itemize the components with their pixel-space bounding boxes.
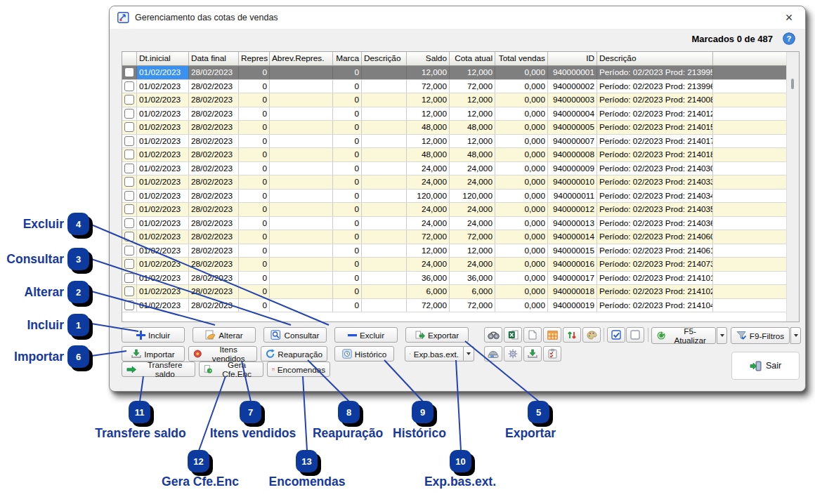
importar-button[interactable]: Importar (122, 346, 185, 362)
row-checkbox[interactable] (124, 164, 134, 173)
header-select-col[interactable] (122, 52, 137, 66)
export-file-icon[interactable] (523, 346, 542, 362)
callout-badge-7: 7 (240, 401, 261, 423)
exp-bas-ext-button[interactable]: Exp.bas.ext. (405, 346, 464, 362)
sair-button[interactable]: Sair (731, 352, 800, 380)
f9-filtros-button[interactable]: F9-Filtros (731, 327, 790, 344)
row-checkbox[interactable] (124, 286, 134, 296)
table-row[interactable]: 01/02/202328/02/20230024,00024,0000,0009… (122, 203, 787, 217)
table-row[interactable]: 01/02/202328/02/20230012,00012,0000,0009… (122, 66, 787, 80)
table-row[interactable]: 01/02/202328/02/20230072,00072,0000,0009… (122, 230, 787, 244)
cell-cota: 24,000 (450, 258, 495, 271)
settings-gear-icon[interactable] (504, 346, 522, 362)
table-row[interactable]: 01/02/202328/02/20230024,00024,0000,0009… (122, 162, 787, 176)
row-checkbox[interactable] (124, 191, 134, 201)
table-row[interactable]: 01/02/202328/02/20230024,00024,0000,0009… (122, 217, 787, 231)
cell-cota: 6,000 (450, 285, 495, 298)
cell-abrev (270, 121, 333, 134)
row-checkbox[interactable] (124, 67, 134, 77)
header-id[interactable]: ID (548, 52, 597, 66)
row-checkbox[interactable] (124, 259, 134, 269)
historico-button[interactable]: Histórico (334, 346, 394, 362)
vertical-scrollbar[interactable] (786, 52, 799, 321)
cell-filler (713, 80, 787, 93)
cell-df: 28/02/2023 (189, 175, 239, 189)
f5-dropdown[interactable] (717, 327, 727, 344)
row-checkbox[interactable] (124, 300, 134, 310)
consultar-button[interactable]: Consultar (263, 327, 327, 343)
row-checkbox[interactable] (124, 95, 134, 105)
close-button[interactable]: × (778, 9, 800, 26)
f5-atualizar-button[interactable]: F5-Atualizar (651, 327, 716, 344)
cell-df: 28/02/2023 (189, 258, 239, 271)
row-checkbox[interactable] (124, 150, 134, 159)
excluir-button[interactable]: Excluir (334, 327, 398, 343)
cell-filler (713, 244, 787, 258)
alterar-button[interactable]: Alterar (193, 327, 256, 343)
header-descricao-1[interactable]: Descrição (362, 52, 407, 66)
export-arrow-icon (415, 330, 425, 340)
cell-desc2: Período: 02/2023 Prod: 213995 (597, 66, 713, 79)
row-checkbox[interactable] (124, 246, 134, 256)
row-checkbox[interactable] (124, 218, 134, 228)
cell-filler (713, 203, 787, 216)
row-checkbox[interactable] (124, 177, 134, 187)
sort-columns-icon[interactable] (563, 327, 581, 343)
transfere-saldo-button[interactable]: Transfere saldo (122, 362, 195, 377)
row-checkbox[interactable] (124, 204, 134, 214)
help-icon[interactable]: ? (783, 32, 795, 45)
excel-export-icon[interactable] (504, 327, 522, 343)
row-checkbox[interactable] (124, 122, 134, 132)
palette-icon[interactable] (582, 327, 601, 343)
table-layout-icon[interactable] (543, 327, 561, 343)
report-document-icon[interactable] (523, 327, 542, 343)
table-row[interactable]: 01/02/202328/02/20230024,00024,0000,0009… (122, 258, 787, 272)
table-row[interactable]: 01/02/202328/02/20230012,00012,0000,0009… (122, 93, 787, 107)
row-checkbox[interactable] (124, 136, 134, 146)
table-row[interactable]: 01/02/202328/02/20230036,00036,0000,0009… (122, 272, 787, 286)
header-marca[interactable]: Marca (333, 52, 362, 66)
table-row[interactable]: 01/02/202328/02/20230012,00012,0000,0009… (122, 107, 787, 121)
reapuracao-button[interactable]: Reapuração (261, 346, 327, 362)
row-checkbox[interactable] (124, 232, 134, 241)
scrollbar-thumb[interactable] (791, 79, 794, 89)
cell-checkbox (122, 175, 137, 189)
row-checkbox[interactable] (124, 273, 134, 283)
header-data-final[interactable]: Data final (189, 52, 239, 66)
itens-vendidos-button[interactable]: Itens vendidos (188, 346, 257, 362)
checklist-icon[interactable] (543, 346, 561, 362)
header-abrev-repres[interactable]: Abrev.Repres. (270, 52, 333, 66)
header-repres[interactable]: Repres (239, 52, 270, 66)
callout-badge-10: 10 (450, 450, 471, 472)
table-row[interactable]: 01/02/202328/02/20230048,00048,0000,0009… (122, 148, 787, 162)
header-saldo[interactable]: Saldo (407, 52, 450, 66)
row-checkbox[interactable] (124, 81, 134, 91)
table-row[interactable]: 01/02/202328/02/20230048,00048,0000,0009… (122, 121, 787, 135)
header-dt-inicial[interactable]: Dt.inicial (137, 52, 189, 66)
table-row[interactable]: 01/02/202328/02/20230012,00012,0000,0009… (122, 135, 787, 149)
gera-cfe-enc-button[interactable]: Gera Cfe.Enc (199, 362, 263, 377)
header-descricao-2[interactable]: Descrição (597, 52, 713, 66)
cell-desc1 (362, 121, 407, 134)
incluir-button[interactable]: Incluir (122, 327, 185, 343)
table-row[interactable]: 01/02/202328/02/20230012,00012,0000,0009… (122, 244, 787, 258)
table-row[interactable]: 01/02/202328/02/202300120,000120,0000,00… (122, 190, 787, 204)
cell-cota: 48,000 (450, 121, 495, 134)
table-row[interactable]: 01/02/202328/02/2023006,0006,0000,000940… (122, 285, 787, 299)
binoculars-icon[interactable] (484, 327, 502, 343)
row-checkbox[interactable] (124, 109, 134, 119)
table-row[interactable]: 01/02/202328/02/20230072,00072,0000,0009… (122, 299, 787, 313)
cell-marca: 0 (333, 175, 362, 189)
f9-dropdown[interactable] (790, 327, 801, 344)
check-all-icon[interactable] (607, 327, 625, 343)
table-row[interactable]: 01/02/202328/02/20230024,00024,0000,0009… (122, 175, 787, 190)
encomendas-button[interactable]: Encomendas (267, 362, 330, 377)
header-total-vendas[interactable]: Total vendas (495, 52, 548, 66)
header-cota-atual[interactable]: Cota atual (450, 52, 495, 66)
exportar-button[interactable]: Exportar (405, 327, 469, 343)
uncheck-all-icon[interactable] (626, 327, 644, 343)
printer-icon[interactable] (484, 346, 502, 362)
cell-abrev (270, 217, 333, 230)
exp-bas-ext-dropdown[interactable] (464, 346, 474, 362)
table-row[interactable]: 01/02/202328/02/20230072,00072,0000,0009… (122, 80, 787, 94)
